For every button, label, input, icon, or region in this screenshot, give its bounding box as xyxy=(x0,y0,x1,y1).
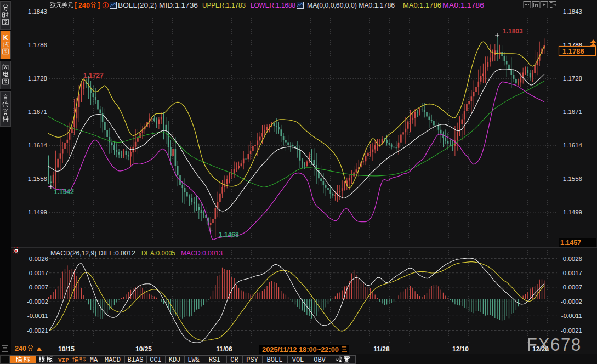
svg-text:MA: MA xyxy=(90,356,98,364)
svg-text:1.1499: 1.1499 xyxy=(28,209,47,215)
svg-text:FX678: FX678 xyxy=(527,334,582,355)
svg-text:CCI: CCI xyxy=(150,356,162,364)
svg-text:12/10: 12/10 xyxy=(452,345,469,353)
svg-text:-0.0021: -0.0021 xyxy=(27,327,48,334)
svg-text:LOWER:1.1688: LOWER:1.1688 xyxy=(251,1,295,9)
svg-text:MA(0,0,0,60,0,0) MA0:1.1786: MA(0,0,0,60,0,0) MA0:1.1786 xyxy=(307,1,395,9)
svg-text:VOL: VOL xyxy=(292,356,304,364)
svg-text:UPPER:1.1783: UPPER:1.1783 xyxy=(202,1,246,9)
svg-text:1.1843: 1.1843 xyxy=(28,8,47,15)
svg-text:1.1468: 1.1468 xyxy=(219,231,239,238)
svg-text:DEA:0.0005: DEA:0.0005 xyxy=(141,249,175,257)
svg-text:0.0026: 0.0026 xyxy=(29,255,48,262)
svg-text:OBV: OBV xyxy=(314,356,326,364)
svg-text:MA0:1.1786: MA0:1.1786 xyxy=(442,1,484,9)
svg-text:240: 240 xyxy=(78,1,90,9)
svg-text:1.1556: 1.1556 xyxy=(563,175,582,182)
svg-text:MACD:0.0013: MACD:0.0013 xyxy=(181,249,223,257)
svg-text:10/25: 10/25 xyxy=(135,345,152,353)
svg-text:-0.0002: -0.0002 xyxy=(561,298,582,305)
svg-text:-0.0002: -0.0002 xyxy=(27,298,48,305)
svg-text:1.1614: 1.1614 xyxy=(28,142,48,149)
svg-text:-0.0011: -0.0011 xyxy=(561,312,582,319)
svg-text:10/15: 10/15 xyxy=(58,345,75,353)
svg-text:1.1457: 1.1457 xyxy=(560,239,581,247)
svg-text:0.0026: 0.0026 xyxy=(563,255,582,262)
svg-text:0.0007: 0.0007 xyxy=(29,284,48,291)
svg-text:-0.0021: -0.0021 xyxy=(561,327,582,334)
svg-text:11/28: 11/28 xyxy=(373,345,390,353)
svg-text:1.1727: 1.1727 xyxy=(83,72,104,79)
svg-text:1.1786: 1.1786 xyxy=(28,42,47,48)
svg-text:MACD(26,12,9) DIFF:0.0012: MACD(26,12,9) DIFF:0.0012 xyxy=(50,249,135,257)
svg-text:BOLL(20,2) MID:1.1736: BOLL(20,2) MID:1.1736 xyxy=(118,1,198,9)
svg-text:MA0:1.1786: MA0:1.1786 xyxy=(403,1,441,9)
svg-text:0.0017: 0.0017 xyxy=(29,270,48,276)
svg-text:1.1728: 1.1728 xyxy=(563,75,582,82)
svg-text:1.1671: 1.1671 xyxy=(563,109,582,115)
svg-text:RSI: RSI xyxy=(209,356,221,364)
svg-text:CR: CR xyxy=(230,356,238,364)
svg-text:VIP: VIP xyxy=(58,357,69,363)
svg-text:0.0007: 0.0007 xyxy=(563,284,582,291)
svg-text:BOLL: BOLL xyxy=(267,356,283,364)
svg-text:1.1843: 1.1843 xyxy=(563,8,582,15)
svg-text:1.1499: 1.1499 xyxy=(563,209,582,215)
svg-text:1.1728: 1.1728 xyxy=(28,75,47,82)
svg-text:-0.0011: -0.0011 xyxy=(27,312,48,319)
svg-text:0.0017: 0.0017 xyxy=(563,270,582,276)
svg-text:1.1542: 1.1542 xyxy=(54,188,74,196)
svg-text:LW&: LW& xyxy=(187,356,200,364)
svg-text:1.1803: 1.1803 xyxy=(503,27,523,35)
svg-text:1.1614: 1.1614 xyxy=(563,142,583,149)
svg-text:1.1671: 1.1671 xyxy=(28,109,47,115)
svg-text:KDJ: KDJ xyxy=(169,356,181,364)
svg-text:K: K xyxy=(3,34,8,42)
svg-text:BIAS: BIAS xyxy=(128,356,144,364)
svg-text:MACD: MACD xyxy=(105,356,121,364)
svg-text:PSY: PSY xyxy=(246,356,258,364)
svg-text:1.1556: 1.1556 xyxy=(28,175,47,182)
svg-text:1.1786: 1.1786 xyxy=(562,47,584,55)
svg-text:2025/11/12 18:00~22:00: 2025/11/12 18:00~22:00 xyxy=(262,346,339,354)
svg-text:11/06: 11/06 xyxy=(216,345,232,353)
svg-text:240: 240 xyxy=(15,345,26,352)
